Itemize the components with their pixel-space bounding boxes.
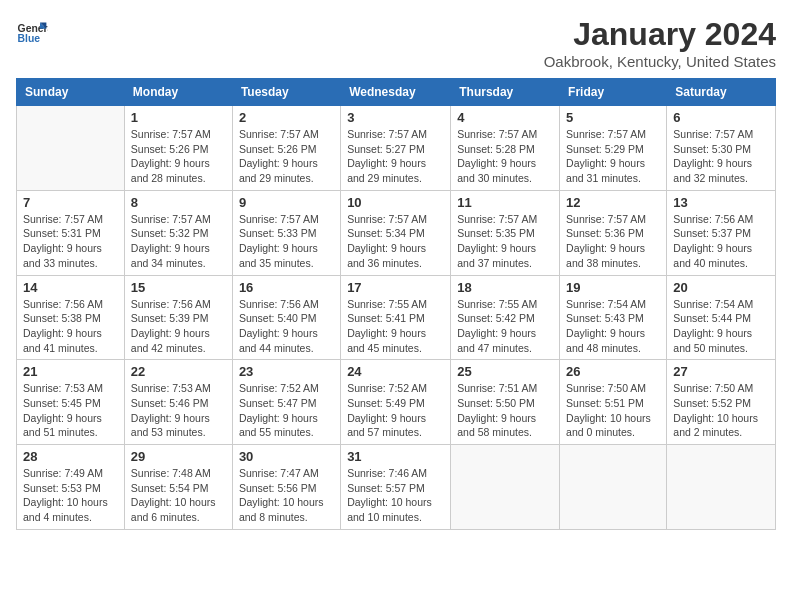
calendar-header-cell: Friday (560, 79, 667, 106)
day-info: Sunrise: 7:57 AMSunset: 5:31 PMDaylight:… (23, 212, 118, 271)
day-info: Sunrise: 7:56 AMSunset: 5:37 PMDaylight:… (673, 212, 769, 271)
calendar-day-cell: 29Sunrise: 7:48 AMSunset: 5:54 PMDayligh… (124, 445, 232, 530)
header: General Blue January 2024 Oakbrook, Kent… (16, 16, 776, 70)
calendar-day-cell: 30Sunrise: 7:47 AMSunset: 5:56 PMDayligh… (232, 445, 340, 530)
calendar-week-row: 1Sunrise: 7:57 AMSunset: 5:26 PMDaylight… (17, 106, 776, 191)
day-number: 23 (239, 364, 334, 379)
day-number: 14 (23, 280, 118, 295)
day-info: Sunrise: 7:53 AMSunset: 5:45 PMDaylight:… (23, 381, 118, 440)
calendar: SundayMondayTuesdayWednesdayThursdayFrid… (16, 78, 776, 530)
day-info: Sunrise: 7:48 AMSunset: 5:54 PMDaylight:… (131, 466, 226, 525)
day-number: 19 (566, 280, 660, 295)
day-number: 31 (347, 449, 444, 464)
day-number: 12 (566, 195, 660, 210)
day-number: 2 (239, 110, 334, 125)
calendar-day-cell: 19Sunrise: 7:54 AMSunset: 5:43 PMDayligh… (560, 275, 667, 360)
day-number: 17 (347, 280, 444, 295)
day-info: Sunrise: 7:55 AMSunset: 5:42 PMDaylight:… (457, 297, 553, 356)
calendar-day-cell: 3Sunrise: 7:57 AMSunset: 5:27 PMDaylight… (341, 106, 451, 191)
day-number: 7 (23, 195, 118, 210)
calendar-week-row: 14Sunrise: 7:56 AMSunset: 5:38 PMDayligh… (17, 275, 776, 360)
calendar-week-row: 21Sunrise: 7:53 AMSunset: 5:45 PMDayligh… (17, 360, 776, 445)
calendar-week-row: 7Sunrise: 7:57 AMSunset: 5:31 PMDaylight… (17, 190, 776, 275)
calendar-day-cell: 11Sunrise: 7:57 AMSunset: 5:35 PMDayligh… (451, 190, 560, 275)
calendar-day-cell: 25Sunrise: 7:51 AMSunset: 5:50 PMDayligh… (451, 360, 560, 445)
calendar-day-cell: 15Sunrise: 7:56 AMSunset: 5:39 PMDayligh… (124, 275, 232, 360)
logo: General Blue (16, 16, 48, 48)
day-info: Sunrise: 7:57 AMSunset: 5:30 PMDaylight:… (673, 127, 769, 186)
calendar-day-cell (560, 445, 667, 530)
calendar-day-cell: 28Sunrise: 7:49 AMSunset: 5:53 PMDayligh… (17, 445, 125, 530)
calendar-header-cell: Monday (124, 79, 232, 106)
calendar-day-cell: 22Sunrise: 7:53 AMSunset: 5:46 PMDayligh… (124, 360, 232, 445)
day-info: Sunrise: 7:53 AMSunset: 5:46 PMDaylight:… (131, 381, 226, 440)
logo-icon: General Blue (16, 16, 48, 48)
day-info: Sunrise: 7:49 AMSunset: 5:53 PMDaylight:… (23, 466, 118, 525)
calendar-header-cell: Tuesday (232, 79, 340, 106)
day-number: 30 (239, 449, 334, 464)
day-number: 8 (131, 195, 226, 210)
day-number: 25 (457, 364, 553, 379)
calendar-day-cell: 23Sunrise: 7:52 AMSunset: 5:47 PMDayligh… (232, 360, 340, 445)
day-number: 5 (566, 110, 660, 125)
calendar-day-cell: 13Sunrise: 7:56 AMSunset: 5:37 PMDayligh… (667, 190, 776, 275)
calendar-day-cell: 24Sunrise: 7:52 AMSunset: 5:49 PMDayligh… (341, 360, 451, 445)
day-number: 16 (239, 280, 334, 295)
calendar-day-cell: 20Sunrise: 7:54 AMSunset: 5:44 PMDayligh… (667, 275, 776, 360)
day-number: 3 (347, 110, 444, 125)
day-info: Sunrise: 7:50 AMSunset: 5:52 PMDaylight:… (673, 381, 769, 440)
calendar-day-cell: 27Sunrise: 7:50 AMSunset: 5:52 PMDayligh… (667, 360, 776, 445)
calendar-header-cell: Thursday (451, 79, 560, 106)
day-number: 26 (566, 364, 660, 379)
day-info: Sunrise: 7:57 AMSunset: 5:33 PMDaylight:… (239, 212, 334, 271)
calendar-day-cell (667, 445, 776, 530)
svg-text:Blue: Blue (18, 33, 41, 44)
calendar-day-cell: 8Sunrise: 7:57 AMSunset: 5:32 PMDaylight… (124, 190, 232, 275)
day-number: 29 (131, 449, 226, 464)
main-title: January 2024 (544, 16, 776, 53)
calendar-header-cell: Saturday (667, 79, 776, 106)
calendar-day-cell: 21Sunrise: 7:53 AMSunset: 5:45 PMDayligh… (17, 360, 125, 445)
day-info: Sunrise: 7:57 AMSunset: 5:26 PMDaylight:… (131, 127, 226, 186)
calendar-day-cell: 7Sunrise: 7:57 AMSunset: 5:31 PMDaylight… (17, 190, 125, 275)
calendar-day-cell: 4Sunrise: 7:57 AMSunset: 5:28 PMDaylight… (451, 106, 560, 191)
day-info: Sunrise: 7:57 AMSunset: 5:35 PMDaylight:… (457, 212, 553, 271)
title-area: January 2024 Oakbrook, Kentucky, United … (544, 16, 776, 70)
day-info: Sunrise: 7:57 AMSunset: 5:29 PMDaylight:… (566, 127, 660, 186)
day-info: Sunrise: 7:55 AMSunset: 5:41 PMDaylight:… (347, 297, 444, 356)
day-info: Sunrise: 7:52 AMSunset: 5:47 PMDaylight:… (239, 381, 334, 440)
day-info: Sunrise: 7:46 AMSunset: 5:57 PMDaylight:… (347, 466, 444, 525)
day-info: Sunrise: 7:57 AMSunset: 5:34 PMDaylight:… (347, 212, 444, 271)
calendar-day-cell: 5Sunrise: 7:57 AMSunset: 5:29 PMDaylight… (560, 106, 667, 191)
calendar-day-cell: 26Sunrise: 7:50 AMSunset: 5:51 PMDayligh… (560, 360, 667, 445)
day-info: Sunrise: 7:57 AMSunset: 5:32 PMDaylight:… (131, 212, 226, 271)
day-info: Sunrise: 7:57 AMSunset: 5:27 PMDaylight:… (347, 127, 444, 186)
day-info: Sunrise: 7:56 AMSunset: 5:38 PMDaylight:… (23, 297, 118, 356)
calendar-day-cell: 31Sunrise: 7:46 AMSunset: 5:57 PMDayligh… (341, 445, 451, 530)
calendar-header-cell: Wednesday (341, 79, 451, 106)
calendar-day-cell: 2Sunrise: 7:57 AMSunset: 5:26 PMDaylight… (232, 106, 340, 191)
calendar-day-cell: 18Sunrise: 7:55 AMSunset: 5:42 PMDayligh… (451, 275, 560, 360)
day-number: 1 (131, 110, 226, 125)
day-number: 11 (457, 195, 553, 210)
calendar-day-cell: 6Sunrise: 7:57 AMSunset: 5:30 PMDaylight… (667, 106, 776, 191)
day-number: 9 (239, 195, 334, 210)
day-number: 6 (673, 110, 769, 125)
day-info: Sunrise: 7:57 AMSunset: 5:36 PMDaylight:… (566, 212, 660, 271)
day-info: Sunrise: 7:56 AMSunset: 5:39 PMDaylight:… (131, 297, 226, 356)
calendar-header-cell: Sunday (17, 79, 125, 106)
calendar-day-cell: 16Sunrise: 7:56 AMSunset: 5:40 PMDayligh… (232, 275, 340, 360)
day-info: Sunrise: 7:54 AMSunset: 5:44 PMDaylight:… (673, 297, 769, 356)
day-info: Sunrise: 7:52 AMSunset: 5:49 PMDaylight:… (347, 381, 444, 440)
day-number: 4 (457, 110, 553, 125)
calendar-day-cell: 17Sunrise: 7:55 AMSunset: 5:41 PMDayligh… (341, 275, 451, 360)
calendar-day-cell (17, 106, 125, 191)
calendar-day-cell: 1Sunrise: 7:57 AMSunset: 5:26 PMDaylight… (124, 106, 232, 191)
calendar-body: 1Sunrise: 7:57 AMSunset: 5:26 PMDaylight… (17, 106, 776, 530)
day-info: Sunrise: 7:54 AMSunset: 5:43 PMDaylight:… (566, 297, 660, 356)
calendar-header-row: SundayMondayTuesdayWednesdayThursdayFrid… (17, 79, 776, 106)
day-number: 21 (23, 364, 118, 379)
subtitle: Oakbrook, Kentucky, United States (544, 53, 776, 70)
calendar-day-cell: 14Sunrise: 7:56 AMSunset: 5:38 PMDayligh… (17, 275, 125, 360)
calendar-week-row: 28Sunrise: 7:49 AMSunset: 5:53 PMDayligh… (17, 445, 776, 530)
